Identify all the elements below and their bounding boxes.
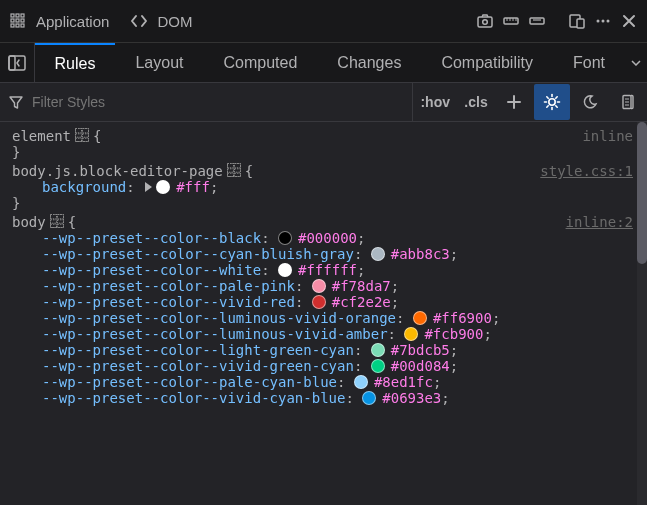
color-swatch[interactable] — [312, 295, 326, 309]
svg-rect-31 — [234, 164, 240, 168]
declaration[interactable]: --wp--preset--color--vivid-green-cyan: #… — [12, 358, 647, 374]
color-swatch[interactable] — [404, 327, 418, 341]
value[interactable]: #fcb900 — [424, 326, 483, 342]
tab-computed[interactable]: Computed — [204, 43, 318, 82]
tabs-overflow[interactable] — [625, 43, 647, 82]
svg-rect-3 — [11, 19, 14, 22]
scrollbar[interactable] — [637, 122, 647, 505]
value[interactable]: #000000 — [298, 230, 357, 246]
scroll-thumb[interactable] — [637, 122, 647, 264]
grid-highlight-icon[interactable] — [75, 128, 89, 142]
css-rule: element {inline} — [12, 128, 647, 160]
tool-application[interactable]: Application — [8, 11, 109, 31]
svg-rect-40 — [57, 220, 63, 223]
value[interactable]: #f78da7 — [332, 278, 391, 294]
tool-application-label: Application — [36, 13, 109, 30]
property[interactable]: background — [42, 179, 126, 195]
declaration[interactable]: --wp--preset--color--vivid-red: #cf2e2e; — [12, 294, 647, 310]
measure-icon[interactable] — [527, 11, 547, 31]
value[interactable]: #ffffff — [298, 262, 357, 278]
declaration[interactable]: --wp--preset--color--vivid-cyan-blue: #0… — [12, 390, 647, 406]
toggle-cls[interactable]: .cls — [458, 84, 494, 120]
declaration[interactable]: --wp--preset--color--luminous-vivid-ambe… — [12, 326, 647, 342]
color-swatch[interactable] — [278, 263, 292, 277]
value[interactable]: #0693e3 — [382, 390, 441, 406]
rule-header[interactable]: body.js.block-editor-page {style.css:1 — [12, 163, 647, 179]
value[interactable]: #ff6900 — [433, 310, 492, 326]
source-link: inline — [582, 128, 633, 144]
color-swatch[interactable] — [156, 180, 170, 194]
declaration[interactable]: --wp--preset--color--pale-pink: #f78da7; — [12, 278, 647, 294]
tab-layout[interactable]: Layout — [115, 43, 203, 82]
svg-rect-6 — [11, 24, 14, 27]
declaration[interactable]: --wp--preset--color--light-green-cyan: #… — [12, 342, 647, 358]
value[interactable]: #fff — [176, 179, 210, 195]
tab-compatibility[interactable]: Compatibility — [421, 43, 553, 82]
property[interactable]: --wp--preset--color--pale-pink — [42, 278, 295, 294]
declaration[interactable]: --wp--preset--color--cyan-bluish-gray: #… — [12, 246, 647, 262]
sidebar-toggle[interactable] — [0, 43, 35, 82]
property[interactable]: --wp--preset--color--vivid-cyan-blue — [42, 390, 345, 406]
property[interactable]: --wp--preset--color--vivid-red — [42, 294, 295, 310]
property[interactable]: --wp--preset--color--white — [42, 262, 261, 278]
svg-point-16 — [602, 20, 605, 23]
svg-rect-24 — [83, 129, 89, 133]
tab-font[interactable]: Font — [553, 43, 625, 82]
value[interactable]: #8ed1fc — [374, 374, 433, 390]
expand-icon[interactable] — [145, 182, 152, 192]
declaration[interactable]: --wp--preset--color--white: #ffffff; — [12, 262, 647, 278]
color-swatch[interactable] — [413, 311, 427, 325]
value[interactable]: #abb8c3 — [391, 246, 450, 262]
tool-dom-label: DOM — [157, 13, 192, 30]
dark-scheme[interactable] — [572, 84, 608, 120]
declaration[interactable]: background: #fff; — [12, 179, 647, 195]
responsive-icon[interactable] — [567, 11, 587, 31]
grid-highlight-icon[interactable] — [50, 214, 64, 228]
declaration[interactable]: --wp--preset--color--black: #000000; — [12, 230, 647, 246]
property[interactable]: --wp--preset--color--light-green-cyan — [42, 342, 354, 358]
property[interactable]: --wp--preset--color--luminous-vivid-oran… — [42, 310, 396, 326]
source-link[interactable]: inline:2 — [566, 214, 633, 230]
value[interactable]: #00d084 — [391, 358, 450, 374]
light-scheme[interactable] — [534, 84, 570, 120]
svg-rect-19 — [9, 56, 15, 70]
filter-styles-input[interactable] — [32, 94, 406, 110]
new-rule[interactable] — [496, 84, 532, 120]
selector[interactable]: body.js.block-editor-page — [12, 163, 223, 179]
value[interactable]: #7bdcb5 — [391, 342, 450, 358]
source-link[interactable]: style.css:1 — [540, 163, 633, 179]
property[interactable]: --wp--preset--color--cyan-bluish-gray — [42, 246, 354, 262]
color-swatch[interactable] — [354, 375, 368, 389]
color-swatch[interactable] — [278, 231, 292, 245]
svg-rect-23 — [76, 129, 82, 133]
declaration[interactable]: --wp--preset--color--luminous-vivid-oran… — [12, 310, 647, 326]
rule-header[interactable]: body {inline:2 — [12, 214, 647, 230]
grid-apps-icon — [8, 11, 28, 31]
rule-header[interactable]: element {inline — [12, 128, 647, 144]
selector[interactable]: body — [12, 214, 46, 230]
property[interactable]: --wp--preset--color--vivid-green-cyan — [42, 358, 354, 374]
grid-highlight-icon[interactable] — [227, 163, 241, 177]
tab-rules[interactable]: Rules — [35, 43, 116, 82]
color-swatch[interactable] — [371, 247, 385, 261]
property[interactable]: --wp--preset--color--black — [42, 230, 261, 246]
rules-pane: element {inline}body.js.block-editor-pag… — [0, 122, 647, 505]
selector[interactable]: element — [12, 128, 71, 144]
tool-dom[interactable]: DOM — [129, 11, 192, 31]
meatballs-icon[interactable] — [593, 11, 613, 31]
toggle-hov[interactable]: :hov — [414, 84, 456, 120]
svg-rect-2 — [21, 14, 24, 17]
property[interactable]: --wp--preset--color--pale-cyan-blue — [42, 374, 337, 390]
close-icon[interactable] — [619, 11, 639, 31]
color-swatch[interactable] — [371, 343, 385, 357]
color-swatch[interactable] — [371, 359, 385, 373]
ruler-icon[interactable] — [501, 11, 521, 31]
print-media[interactable] — [610, 84, 646, 120]
color-swatch[interactable] — [312, 279, 326, 293]
color-swatch[interactable] — [362, 391, 376, 405]
camera-icon[interactable] — [475, 11, 495, 31]
tab-changes[interactable]: Changes — [317, 43, 421, 82]
declaration[interactable]: --wp--preset--color--pale-cyan-blue: #8e… — [12, 374, 647, 390]
value[interactable]: #cf2e2e — [332, 294, 391, 310]
property[interactable]: --wp--preset--color--luminous-vivid-ambe… — [42, 326, 388, 342]
